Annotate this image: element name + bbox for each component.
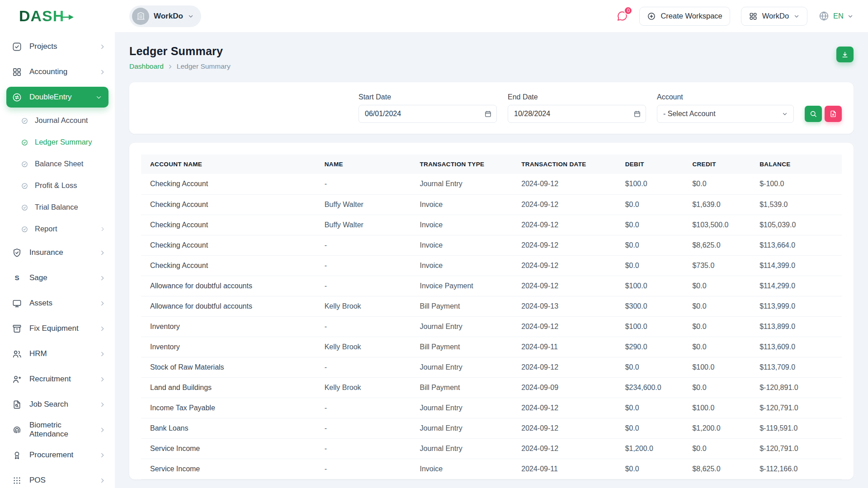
breadcrumb: Dashboard Ledger Summary [129, 62, 231, 70]
procurement-icon [12, 450, 22, 460]
sidebar-item-sage[interactable]: SSage [0, 265, 115, 291]
cell-name: Buffy Walter [319, 215, 415, 235]
workdo-menu-button[interactable]: WorkDo [741, 7, 807, 26]
projects-icon [12, 42, 22, 52]
fixequipment-icon [12, 324, 22, 334]
cell-credit: $0.0 [687, 377, 754, 398]
reset-button[interactable] [825, 106, 842, 122]
table-row: Stock of Raw Materials-Journal Entry2024… [141, 357, 842, 377]
cell-balance: $113,999.0 [754, 296, 842, 316]
sidebar-item-label: Insurance [29, 248, 63, 257]
sidebar-item-report[interactable]: Report [0, 218, 115, 240]
table-row: Allowance for doubtful accounts-Invoice … [141, 276, 842, 296]
workdo-menu-label: WorkDo [762, 12, 789, 20]
cell-debit: $0.0 [620, 418, 687, 438]
sidebar-item-label: Accounting [29, 67, 67, 76]
topbar: WorkDo 0 Create Workspace WorkDo [115, 0, 868, 32]
cell-account-name: Checking Account [141, 174, 319, 194]
filter-card: Start Date End Date Account - Select Acc… [129, 82, 854, 134]
cell-credit: $0.0 [687, 296, 754, 316]
table-row: InventoryKelly BrookBill Payment2024-09-… [141, 337, 842, 357]
bullet-icon [21, 139, 28, 146]
account-select[interactable]: - Select Account [657, 105, 794, 123]
sidebar-item-label: Sage [29, 273, 47, 282]
sidebar-item-profit-loss[interactable]: Profit & Loss [0, 175, 115, 197]
table-row: Checking Account-Invoice2024-09-12$0.0$7… [141, 255, 842, 276]
sidebar-item-journal-account[interactable]: Journal Account [0, 110, 115, 131]
sidebar-item-biometric-attendance[interactable]: Biometric Attendance [0, 417, 115, 442]
sidebar-item-doubleentry[interactable]: DoubleEntry [6, 87, 108, 108]
sidebar-item-ledger-summary[interactable]: Ledger Summary [0, 131, 115, 153]
sidebar-item-trial-balance[interactable]: Trial Balance [0, 197, 115, 218]
cell-transaction-date: 2024-09-11 [516, 459, 619, 479]
create-workspace-button[interactable]: Create Workspace [639, 7, 730, 26]
search-button[interactable] [805, 106, 822, 122]
grid-icon [749, 12, 758, 21]
start-date-label: Start Date [359, 93, 497, 101]
cell-name: - [319, 255, 415, 276]
cell-transaction-date: 2024-09-12 [516, 255, 619, 276]
cell-transaction-type: Journal Entry [414, 438, 516, 459]
app-logo[interactable]: DASH [0, 0, 115, 32]
chevron-right-icon [99, 376, 106, 383]
sidebar-item-fix-equipment[interactable]: Fix Equipment [0, 316, 115, 341]
chevron-down-icon [188, 13, 194, 19]
sidebar-item-recruitment[interactable]: Recruitment [0, 366, 115, 392]
chevron-right-icon [99, 249, 106, 256]
language-selector[interactable]: EN [818, 10, 854, 22]
bullet-icon [21, 160, 28, 168]
chevron-right-icon [99, 69, 106, 75]
cell-transaction-type: Journal Entry [414, 174, 516, 194]
cell-account-name: Checking Account [141, 194, 319, 215]
accounting-icon [12, 67, 22, 77]
sidebar-item-hrm[interactable]: HRM [0, 341, 115, 366]
bullet-icon [21, 204, 28, 211]
workspace-switcher[interactable]: WorkDo [129, 5, 201, 27]
download-button[interactable] [836, 47, 854, 62]
messages-badge: 0 [624, 6, 632, 15]
cell-account-name: Checking Account [141, 235, 319, 255]
chevron-right-icon [99, 226, 106, 232]
cell-credit: $103,500.0 [687, 215, 754, 235]
sidebar-item-assets[interactable]: Assets [0, 291, 115, 316]
create-workspace-label: Create Workspace [660, 12, 722, 20]
cell-debit: $100.0 [620, 276, 687, 296]
start-date-input[interactable] [359, 105, 497, 123]
cell-credit: $0.0 [687, 316, 754, 337]
sidebar-item-procurement[interactable]: Procurement [0, 442, 115, 468]
sidebar-item-pos[interactable]: POS [0, 468, 115, 488]
assets-icon [12, 298, 22, 309]
cell-credit: $1,639.0 [687, 194, 754, 215]
cell-transaction-date: 2024-09-09 [516, 377, 619, 398]
cell-transaction-date: 2024-09-12 [516, 438, 619, 459]
sidebar-item-label: Procurement [29, 450, 73, 460]
column-header-balance: BALANCE [754, 155, 842, 174]
logo-arrow-icon [61, 14, 74, 21]
table-row: Inventory-Journal Entry2024-09-12$100.0$… [141, 316, 842, 337]
sidebar-item-accounting[interactable]: Accounting [0, 59, 115, 84]
sidebar-item-job-search[interactable]: Job Search [0, 392, 115, 417]
cell-account-name: Allowance for doubtful accounts [141, 276, 319, 296]
cell-transaction-type: Bill Payment [414, 337, 516, 357]
cell-transaction-type: Invoice Payment [414, 276, 516, 296]
chevron-right-icon [99, 401, 106, 408]
workspace-name: WorkDo [154, 12, 183, 21]
bullet-icon [21, 117, 28, 125]
sage-icon: S [12, 273, 22, 283]
cell-transaction-date: 2024-09-12 [516, 235, 619, 255]
cell-debit: $0.0 [620, 255, 687, 276]
end-date-input[interactable] [508, 105, 646, 123]
sidebar-item-projects[interactable]: Projects [0, 34, 115, 59]
account-label: Account [657, 93, 794, 101]
sidebar-item-insurance[interactable]: Insurance [0, 240, 115, 265]
sidebar-item-label: HRM [29, 349, 47, 358]
cell-transaction-date: 2024-09-12 [516, 174, 619, 194]
breadcrumb-dashboard-link[interactable]: Dashboard [129, 62, 164, 70]
column-header-transaction-date: TRANSACTION DATE [516, 155, 619, 174]
sidebar-item-balance-sheet[interactable]: Balance Sheet [0, 153, 115, 175]
cell-transaction-date: 2024-09-12 [516, 357, 619, 377]
chevron-right-icon [99, 477, 106, 484]
cell-balance: $113,899.0 [754, 316, 842, 337]
messages-button[interactable]: 0 [616, 10, 628, 23]
cell-balance: $-100.0 [754, 174, 842, 194]
